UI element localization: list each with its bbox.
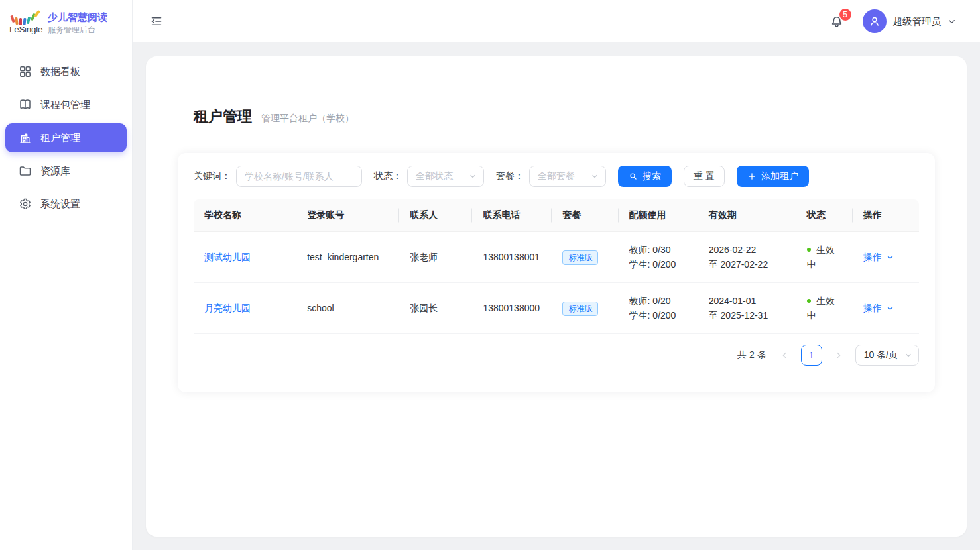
user-icon [868,15,881,28]
page-size-value: 10 条/页 [864,349,898,361]
column-header-status: 状态 [796,199,853,232]
row-action-label: 操作 [863,301,882,315]
app-root: LeSingle 少儿智慧阅读 服务管理后台 数据看板 课程包管理 [0,0,980,550]
user-name[interactable]: 超级管理员 [893,15,942,28]
notification-badge: 5 [839,9,851,21]
table-row: 月亮幼儿园 school 张园长 13800138000 标准版 教师: 0/2… [194,283,919,334]
plus-icon [747,172,757,181]
valid-from: 2026-02-22 [709,243,786,257]
search-button[interactable]: 搜索 [618,166,672,187]
chevron-down-icon [469,172,477,180]
contact-cell: 张老师 [399,232,472,283]
brand-text: 少儿智慧阅读 服务管理后台 [48,11,107,35]
page-header: 租户管理 管理平台租户（学校） [194,107,935,127]
search-icon [629,172,638,181]
avatar[interactable] [863,9,887,33]
brand-title: 少儿智慧阅读 [48,11,107,23]
quota-student: 学生: 0/200 [629,257,688,272]
sidebar: LeSingle 少儿智慧阅读 服务管理后台 数据看板 课程包管理 [0,0,133,550]
status-dot-icon [807,248,811,252]
quota-student: 学生: 0/200 [629,308,688,323]
status-badge: 生效中 [807,296,835,321]
valid-to: 至 2027-02-22 [709,257,786,272]
status-select[interactable]: 全部状态 [407,166,484,187]
column-header-contact: 联系人 [399,199,472,232]
prev-page-button[interactable] [777,345,792,366]
chevron-right-icon [834,351,843,360]
sidebar-collapse-button[interactable] [149,13,164,29]
sidebar-item-label: 课程包管理 [40,99,90,111]
contact-cell: 张园长 [399,283,472,334]
chevron-left-icon [780,351,789,360]
logo-wordmark: LeSingle [9,25,41,34]
school-name-link[interactable]: 月亮幼儿园 [204,303,251,313]
page-subtitle: 管理平台租户（学校） [261,113,354,125]
column-header-validity: 有效期 [698,199,796,232]
plan-select[interactable]: 全部套餐 [529,166,606,187]
sidebar-item-course-packages[interactable]: 课程包管理 [5,90,127,119]
column-header-phone: 联系电话 [472,199,552,232]
row-action-label: 操作 [863,250,882,264]
topbar: 5 超级管理员 [133,0,980,43]
quota-teacher: 教师: 0/30 [629,243,688,257]
tenant-panel: 关键词： 状态： 全部状态 [178,153,935,392]
building-icon [19,131,32,144]
main-area: 5 超级管理员 租户管理 管理平台租户（学校） [133,0,980,550]
sidebar-item-label: 数据看板 [40,66,80,78]
sidebar-menu: 数据看板 课程包管理 租户管理 资源库 [0,46,132,233]
sidebar-item-resource-library[interactable]: 资源库 [5,156,127,186]
book-icon [19,98,32,111]
row-action-dropdown[interactable]: 操作 [863,301,894,315]
sidebar-item-dashboard[interactable]: 数据看板 [5,57,127,86]
keyword-input[interactable] [236,166,362,187]
chevron-down-icon [886,304,894,313]
phone-cell: 13800138001 [472,232,552,283]
sidebar-item-tenant-management[interactable]: 租户管理 [5,123,127,152]
gear-icon [19,197,32,211]
quota-teacher: 教师: 0/20 [629,294,688,308]
pagination-total: 共 2 条 [737,349,766,361]
valid-from: 2024-01-01 [709,294,786,308]
column-header-action: 操作 [853,199,919,232]
page-1-button[interactable]: 1 [801,345,822,366]
account-cell: school [296,283,399,334]
column-header-quota: 配额使用 [619,199,698,232]
status-dot-icon [807,299,811,303]
notifications-button[interactable]: 5 [829,14,844,28]
table-header-row: 学校名称 登录账号 联系人 联系电话 套餐 配额使用 有效期 状态 操作 [194,199,919,232]
content-area: 租户管理 管理平台租户（学校） 关键词： 状态： 全部状态 [133,43,980,550]
folder-icon [19,164,32,178]
sidebar-item-system-settings[interactable]: 系统设置 [5,190,127,219]
quota-cell: 教师: 0/20 学生: 0/200 [619,283,698,334]
next-page-button[interactable] [831,345,846,366]
sidebar-item-label: 系统设置 [40,198,80,211]
add-tenant-button[interactable]: 添加租户 [737,166,809,187]
add-tenant-button-label: 添加租户 [761,170,798,182]
topbar-right: 5 超级管理员 [829,9,957,33]
dashboard-icon [19,65,32,78]
chevron-down-icon [886,253,894,262]
school-name-link[interactable]: 测试幼儿园 [204,252,251,262]
plan-tag: 标准版 [562,250,598,265]
keyword-filter-group: 关键词： [194,166,362,187]
logo-bars-icon [10,12,40,24]
column-header-school: 学校名称 [194,199,296,232]
filter-bar: 关键词： 状态： 全部状态 [194,166,919,187]
reset-button[interactable]: 重 置 [684,166,725,187]
keyword-label: 关键词： [194,170,231,182]
page-title: 租户管理 [194,107,252,127]
validity-cell: 2024-01-01 至 2025-12-31 [698,283,796,334]
chevron-down-icon [904,351,912,359]
phone-cell: 13800138000 [472,283,552,334]
pagination: 共 2 条 1 10 条/页 [194,345,919,366]
chevron-down-icon[interactable] [947,17,957,27]
search-button-label: 搜索 [643,170,661,182]
page-size-select[interactable]: 10 条/页 [855,345,919,366]
table-row: 测试幼儿园 test_kindergarten 张老师 13800138001 … [194,232,919,283]
chevron-down-icon [591,172,599,180]
status-cell: 生效中 [796,232,853,283]
plan-select-value: 全部套餐 [538,170,575,182]
status-cell: 生效中 [796,283,853,334]
valid-to: 至 2025-12-31 [709,308,786,323]
row-action-dropdown[interactable]: 操作 [863,250,894,264]
